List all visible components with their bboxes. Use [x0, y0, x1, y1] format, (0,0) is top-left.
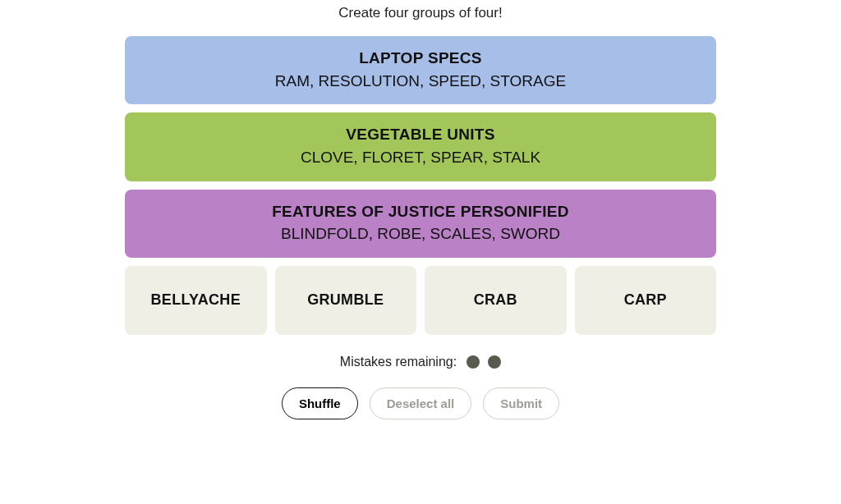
instruction-text: Create four groups of four!: [125, 5, 716, 21]
solved-group-green: VEGETABLE UNITS CLOVE, FLORET, SPEAR, ST…: [125, 112, 716, 181]
shuffle-button[interactable]: Shuffle: [282, 387, 358, 419]
mistake-dot: [466, 355, 480, 369]
word-tile[interactable]: CARP: [575, 266, 717, 335]
submit-button[interactable]: Submit: [483, 387, 559, 419]
tile-row: BELLYACHE GRUMBLE CRAB CARP: [125, 266, 716, 335]
solved-category: VEGETABLE UNITS: [135, 124, 706, 145]
deselect-button[interactable]: Deselect all: [370, 387, 472, 419]
word-tile[interactable]: BELLYACHE: [125, 266, 267, 335]
mistakes-remaining: Mistakes remaining:: [125, 355, 716, 369]
word-tile[interactable]: GRUMBLE: [275, 266, 417, 335]
mistake-dot: [488, 355, 501, 369]
solved-category: LAPTOP SPECS: [135, 48, 706, 69]
solved-words: CLOVE, FLORET, SPEAR, STALK: [135, 147, 706, 168]
mistake-dots: [466, 355, 501, 369]
board: LAPTOP SPECS RAM, RESOLUTION, SPEED, STO…: [125, 36, 716, 335]
word-tile[interactable]: CRAB: [425, 266, 567, 335]
solved-words: BLINDFOLD, ROBE, SCALES, SWORD: [135, 223, 706, 245]
solved-words: RAM, RESOLUTION, SPEED, STORAGE: [135, 71, 706, 92]
solved-group-purple: FEATURES OF JUSTICE PERSONIFIED BLINDFOL…: [125, 190, 716, 258]
solved-category: FEATURES OF JUSTICE PERSONIFIED: [135, 201, 706, 222]
game-root: Create four groups of four! LAPTOP SPECS…: [125, 0, 716, 419]
solved-group-blue: LAPTOP SPECS RAM, RESOLUTION, SPEED, STO…: [125, 36, 716, 104]
mistakes-label: Mistakes remaining:: [340, 355, 457, 369]
controls: Shuffle Deselect all Submit: [125, 387, 716, 419]
